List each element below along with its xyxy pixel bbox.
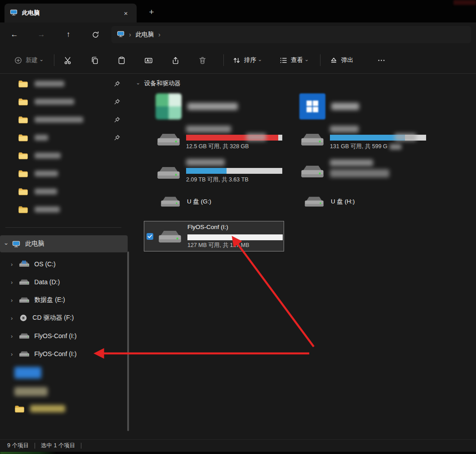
tab-this-pc[interactable]: 此电脑 × (4, 4, 137, 22)
chevron-down-icon[interactable]: › (136, 83, 141, 84)
drive-icon (19, 296, 30, 304)
sidebar-redacted-item[interactable] (2, 364, 127, 382)
cd-drive-icon (19, 314, 28, 322)
sidebar-pinned-folder[interactable] (2, 110, 127, 128)
chevron-right-icon[interactable]: › (129, 31, 131, 38)
sidebar-pinned-folder[interactable] (2, 128, 127, 146)
drive-tile[interactable]: U 盘 (H:) (288, 191, 428, 212)
view-button[interactable]: 查看 › (275, 52, 312, 69)
titlebar: 此电脑 × + (0, 0, 476, 22)
drive-icon (300, 132, 325, 150)
copy-button[interactable] (85, 52, 103, 69)
chevron-down-icon: › (258, 59, 262, 61)
folder-icon (18, 115, 28, 124)
drive-tile[interactable] (288, 91, 428, 122)
chevron-right-icon[interactable]: › (11, 315, 13, 322)
chevron-right-icon[interactable]: › (11, 333, 13, 339)
refresh-button[interactable] (87, 26, 103, 43)
chevron-down-icon: › (39, 59, 44, 61)
selection-checkbox[interactable] (147, 233, 153, 240)
redacted-folder-name (35, 117, 83, 123)
forward-button[interactable]: → (33, 26, 49, 43)
sidebar-pinned-folder[interactable] (2, 75, 127, 93)
chevron-down-icon[interactable]: › (4, 243, 9, 245)
delete-button[interactable] (193, 52, 211, 69)
disk-usage-bar (186, 168, 282, 174)
sidebar-folder[interactable] (2, 200, 127, 218)
sidebar-item-label: Data (D:) (34, 278, 60, 286)
sidebar-folder[interactable] (2, 164, 127, 182)
redacted-folder-name (35, 207, 60, 212)
drive-tile[interactable] (288, 158, 428, 188)
tab-close-icon[interactable]: × (120, 8, 131, 18)
chevron-right-icon[interactable]: › (11, 297, 13, 304)
breadcrumb-item-this-pc[interactable]: 此电脑 (136, 31, 154, 39)
rename-button[interactable] (139, 52, 157, 69)
pin-icon (114, 98, 120, 105)
drive-tile[interactable] (144, 91, 284, 122)
pin-icon (114, 134, 120, 141)
redacted-region (246, 133, 266, 141)
share-button[interactable] (166, 52, 184, 69)
section-header-devices-and-drives[interactable]: › 设备和驱动器 (138, 79, 181, 88)
sidebar-item-drive-flyos-2[interactable]: › FlyOS-Conf (I:) (2, 345, 127, 363)
up-button[interactable]: ↑ (60, 26, 76, 43)
folder-icon (18, 187, 28, 196)
redacted-region (330, 169, 389, 177)
pin-icon (114, 116, 120, 123)
drive-tile[interactable]: 12.5 GB 可用, 共 328 GB (144, 125, 284, 154)
sort-button[interactable]: 排序 › (228, 52, 265, 69)
sidebar-item-drive-f[interactable]: › CD 驱动器 (F:) (2, 309, 127, 327)
bottom-edge (0, 452, 476, 454)
sidebar-item-drive-flyos-1[interactable]: › FlyOS-Conf (I:) (2, 327, 127, 345)
chevron-down-icon: › (304, 59, 309, 61)
sidebar-item-drive-c[interactable]: › OS (C:) (2, 255, 127, 273)
folder-icon (14, 405, 25, 413)
paste-button[interactable] (112, 52, 130, 69)
drive-tile[interactable]: 131 GB 可用, 共 599 G (288, 125, 428, 154)
eject-button[interactable]: 弹出 (325, 52, 357, 69)
content-pane: › 设备和驱动器 (135, 74, 476, 439)
navigation-pane: › 此电脑 › OS (C:) › Data (D:) › (0, 74, 133, 439)
sidebar-redacted-item[interactable] (2, 400, 127, 418)
redacted-drive-name (186, 126, 231, 132)
selected-count: 选中 1 个项目 (41, 442, 75, 450)
redacted-region (395, 133, 416, 141)
drive-icon (19, 332, 30, 340)
back-button[interactable]: ← (6, 26, 22, 43)
computer-icon[interactable] (117, 31, 125, 39)
cut-button[interactable] (58, 52, 76, 69)
chevron-right-icon[interactable]: › (158, 31, 160, 38)
chevron-right-icon[interactable]: › (11, 261, 13, 268)
sidebar-redacted-item[interactable] (2, 383, 127, 401)
sidebar-scrollbar[interactable] (127, 251, 129, 431)
sidebar-item-this-pc[interactable]: › 此电脑 (0, 235, 128, 252)
redacted-folder-name (35, 81, 64, 87)
sidebar-item-drive-d[interactable]: › Data (D:) (2, 273, 127, 291)
disk-usage-bar (187, 234, 283, 240)
chevron-right-icon[interactable]: › (11, 279, 13, 286)
sidebar-folder[interactable] (2, 182, 127, 200)
new-tab-button[interactable]: + (145, 6, 158, 18)
sidebar-folder[interactable] (2, 146, 127, 164)
redacted-drive-name (331, 103, 359, 110)
redacted-drive-name (330, 159, 373, 166)
new-button[interactable]: 新建 › (10, 52, 47, 69)
disk-usage-fill (330, 135, 405, 141)
redacted-app-icon (156, 93, 182, 119)
drive-tile-selected[interactable]: FlyOS-Conf (I:) 127 MB 可用, 共 127 MB (144, 221, 284, 251)
redacted-folder-name (35, 153, 61, 159)
chevron-right-icon[interactable]: › (11, 351, 13, 357)
folder-icon (18, 169, 28, 178)
drive-icon (158, 229, 182, 247)
drive-tile[interactable]: U 盘 (G:) (144, 191, 284, 212)
sidebar-item-drive-e[interactable]: › 数据盘 (E:) (2, 291, 127, 309)
file-explorer-window: 此电脑 × + ← → ↑ › 此电脑 › 新建 › (0, 0, 476, 454)
tab-title: 此电脑 (22, 9, 116, 17)
sidebar-pinned-folder[interactable] (2, 93, 127, 110)
drive-icon (19, 260, 30, 268)
sort-button-label: 排序 (244, 56, 256, 64)
disk-usage-fill (186, 168, 227, 174)
drive-tile[interactable]: 2.09 TB 可用, 共 3.63 TB (144, 158, 284, 188)
more-options-button[interactable] (372, 52, 390, 69)
